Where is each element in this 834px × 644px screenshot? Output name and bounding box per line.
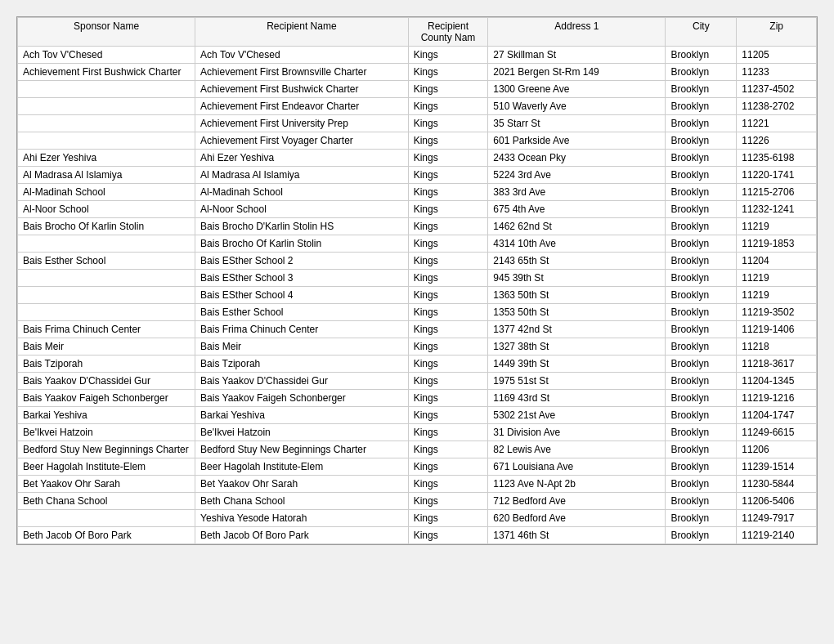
table-cell: Kings [408,201,488,218]
table-row: Barkai YeshivaBarkai YeshivaKings5302 21… [18,407,817,424]
table-cell: Kings [408,321,488,338]
table-cell: Bais Frima Chinuch Center [18,321,195,338]
header-address: Address 1 [488,18,666,47]
table-row: Bais Frima Chinuch CenterBais Frima Chin… [18,321,817,338]
table-cell: Al Madrasa Al Islamiya [18,167,195,184]
data-table: Sponsor Name Recipient Name Recipient Co… [16,16,818,545]
table-cell: Bais Brocho Of Karlin Stolin [195,235,409,253]
table-cell: 671 Louisiana Ave [488,458,666,476]
table-row: Beth Jacob Of Boro ParkBeth Jacob Of Bor… [18,527,817,544]
table-cell: Kings [408,132,488,150]
table-cell: Kings [408,235,488,253]
table-cell: Brooklyn [666,390,737,407]
table-cell: Brooklyn [666,167,737,184]
table-cell: 11218-3617 [737,356,817,373]
table-cell: 31 Division Ave [488,424,666,441]
table-row: Al-Madinah SchoolAl-Madinah SchoolKings3… [18,184,817,201]
table-cell: 11220-1741 [737,167,817,184]
table-cell: Bais Yaakov D'Chassidei Gur [18,373,195,390]
header-recipient: Recipient Name [195,18,409,47]
table-row: Achievement First Bushwick CharterKings1… [18,81,817,98]
table-cell: Brooklyn [666,304,737,321]
table-row: Bedford Stuy New Beginnings CharterBedfo… [18,441,817,458]
table-row: Beth Chana SchoolBeth Chana SchoolKings7… [18,493,817,510]
table-cell: Bais Meir [195,338,409,356]
table-cell: Bais Tziporah [195,356,409,373]
table-cell: 11221 [737,115,817,132]
table-cell: Bais Brocho D'Karlin Stolin HS [195,218,409,235]
table-cell: Kings [408,184,488,201]
table-cell: Bais Yaakov Faigeh Schonberger [195,390,409,407]
table-cell: Brooklyn [666,150,737,167]
table-cell: 1169 43rd St [488,390,666,407]
table-row: Al-Noor SchoolAl-Noor SchoolKings675 4th… [18,201,817,218]
table-row: Be'Ikvei HatzoinBe'Ikvei HatzoinKings31 … [18,424,817,441]
table-cell: 383 3rd Ave [488,184,666,201]
table-cell: 712 Bedford Ave [488,493,666,510]
table-cell: 1449 39th St [488,356,666,373]
table-row: Bais Esther SchoolKings1353 50th StBrook… [18,304,817,321]
table-cell: Barkai Yeshiva [195,407,409,424]
table-cell: 1975 51st St [488,373,666,390]
table-cell: Kings [408,527,488,544]
table-cell: Kings [408,390,488,407]
table-row: Bais ESther School 3Kings945 39th StBroo… [18,270,817,287]
table-cell: Kings [408,407,488,424]
table-cell: Beth Chana School [18,493,195,510]
table-cell: Achievement First Bushwick Charter [18,64,195,81]
table-cell: Brooklyn [666,235,737,253]
table-cell: 11230-5844 [737,476,817,493]
table-cell: Beth Chana School [195,493,409,510]
table-cell: Brooklyn [666,64,737,81]
table-cell: 1462 62nd St [488,218,666,235]
table-cell: 11204 [737,253,817,270]
table-cell: 11204-1345 [737,373,817,390]
header-city: City [666,18,737,47]
table-cell: 1123 Ave N-Apt 2b [488,476,666,493]
table-cell: Kings [408,167,488,184]
table-cell: Brooklyn [666,132,737,150]
table-cell [18,270,195,287]
table-cell: Bedford Stuy New Beginnings Charter [18,441,195,458]
table-cell: 5302 21st Ave [488,407,666,424]
table-cell: Brooklyn [666,253,737,270]
table-cell: Kings [408,424,488,441]
table-cell: Kings [408,270,488,287]
table-cell: 11233 [737,64,817,81]
table-row: Bais Brocho Of Karlin StolinKings4314 10… [18,235,817,253]
table-cell: 11249-7917 [737,510,817,527]
table-cell [18,510,195,527]
table-cell: 11219 [737,270,817,287]
table-cell: Ach Tov V'Chesed [18,47,195,64]
table-cell: 601 Parkside Ave [488,132,666,150]
table-cell: Al-Madinah School [18,184,195,201]
table-cell: Brooklyn [666,47,737,64]
table-cell: Kings [408,115,488,132]
table-cell: Bais Esther School [195,304,409,321]
table-cell [18,132,195,150]
table-cell: 1371 46th St [488,527,666,544]
table-cell: Achievement First Bushwick Charter [195,81,409,98]
table-cell: Kings [408,98,488,115]
header-sponsor: Sponsor Name [18,18,195,47]
table-cell: 510 Waverly Ave [488,98,666,115]
table-cell [18,115,195,132]
table-cell: Ahi Ezer Yeshiva [18,150,195,167]
header-zip: Zip [737,18,817,47]
table-cell: Brooklyn [666,270,737,287]
table-cell: Beer Hagolah Institute-Elem [195,458,409,476]
table-cell: Ahi Ezer Yeshiva [195,150,409,167]
table-cell: Brooklyn [666,98,737,115]
table-cell: Beth Jacob Of Boro Park [18,527,195,544]
table-cell: 2143 65th St [488,253,666,270]
table-cell: 11219-3502 [737,304,817,321]
table-cell [18,287,195,304]
table-cell: Bais ESther School 4 [195,287,409,304]
table-cell: Bais ESther School 2 [195,253,409,270]
table-cell: Kings [408,356,488,373]
table-cell: Brooklyn [666,527,737,544]
table-cell [18,98,195,115]
table-cell [18,304,195,321]
table-cell: 11235-6198 [737,150,817,167]
table-cell: Beer Hagolah Institute-Elem [18,458,195,476]
